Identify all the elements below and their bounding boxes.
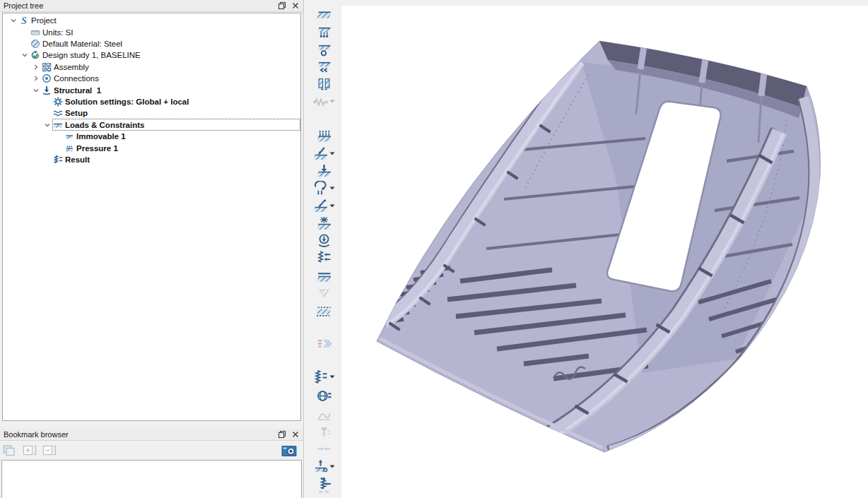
dropdown-arrow-icon[interactable] [329, 152, 335, 155]
gear-icon [53, 97, 64, 107]
reaction-force-icon [313, 459, 328, 474]
spring-connection-button [312, 93, 336, 109]
tree-item-content: Connections [41, 73, 300, 85]
tree-item-label: Solution settings: Global + local [64, 97, 189, 106]
bookmark-browser-content[interactable] [1, 460, 302, 498]
remote-load-icon [313, 198, 328, 213]
tree-item-content: Loads & Constraints [52, 119, 300, 131]
tree-item-loads-constraints[interactable]: Loads & Constraints [3, 119, 300, 131]
chevron-down-icon[interactable] [31, 87, 41, 94]
3d-viewport[interactable] [341, 0, 868, 498]
tree-item-content: Default Material: Steel [30, 37, 300, 49]
hinge-support-icon [317, 42, 332, 57]
waves-icon [53, 108, 64, 118]
sliding-support-button[interactable] [312, 23, 336, 40]
tree-item-assembly[interactable]: Assembly [3, 61, 300, 73]
chevron-spacer [42, 98, 52, 105]
tree-item-project[interactable]: Project [3, 15, 300, 26]
tree-item-label: Default Material: Steel [42, 40, 122, 48]
tree-item-content: Design study 1, BASELINE [30, 49, 300, 61]
tree-item-label: Pressure 1 [76, 144, 118, 153]
chevron-right-icon[interactable] [31, 75, 41, 82]
chevron-down-icon[interactable] [42, 121, 52, 129]
symmetry-constraint-icon [317, 76, 332, 91]
chevron-down-icon[interactable] [20, 52, 30, 59]
tree-item-label: Connections [53, 74, 99, 83]
reaction-force-button[interactable] [312, 458, 336, 475]
chevron-right-icon[interactable] [31, 64, 41, 71]
tree-item-immovable-1[interactable]: Immovable 1 [3, 131, 300, 142]
remote-mass-button[interactable] [312, 387, 336, 404]
hidden-partial-icon [317, 490, 332, 498]
tree-item-label: Project [30, 16, 57, 25]
tree-item-default-material-steel[interactable]: Default Material: Steel [3, 38, 300, 49]
frequency-load-icon [317, 337, 332, 352]
pressure-load-button[interactable] [312, 268, 336, 285]
tree-item-units-si[interactable]: Units: SI [3, 26, 300, 37]
analysis-toolbar [304, 0, 341, 498]
torque-load-button[interactable] [312, 179, 336, 196]
spot-weld-button[interactable] [312, 368, 336, 385]
immovable-support-button[interactable] [312, 6, 336, 23]
slider-support-icon [317, 59, 332, 74]
tree-item-solution-settings-global-local[interactable]: Solution settings: Global + local [3, 96, 300, 107]
dropdown-arrow-icon[interactable] [329, 465, 335, 468]
remote-mass-icon [317, 389, 332, 403]
add-bookmark-icon [22, 444, 37, 458]
hydrostatic-load-button [312, 285, 336, 302]
tree-item-result[interactable]: Result [3, 154, 300, 165]
connections-icon [42, 73, 53, 83]
virtual-connector-button[interactable] [312, 302, 336, 319]
project-tree-title: Project tree [0, 1, 276, 10]
tree-item-connections[interactable]: Connections [3, 73, 300, 84]
thermal-load-icon [317, 216, 332, 231]
project-tree: ProjectUnits: SIDefault Material: SteelD… [2, 13, 301, 421]
elastic-support-icon [317, 129, 332, 143]
tree-item-content: Setup [52, 107, 300, 119]
bearing-load-button[interactable] [312, 249, 336, 266]
model-3d-fuselage-panel [341, 0, 868, 498]
elastic-support-button[interactable] [312, 127, 336, 144]
close-panel-icon[interactable] [290, 1, 301, 11]
hinge-support-button[interactable] [312, 41, 336, 58]
dropdown-arrow-icon[interactable] [329, 186, 335, 190]
frequency-load-button [312, 336, 336, 352]
tree-item-structural-1[interactable]: Structural 1 [3, 84, 300, 95]
design-study-icon [30, 50, 42, 60]
chevron-down-icon[interactable] [8, 17, 18, 24]
left-panel-column: Project tree ProjectUnits: SIDefault Mat… [0, 0, 304, 498]
sliding-support-icon [317, 25, 332, 40]
response-curve-button [312, 407, 336, 424]
spot-weld-icon [313, 369, 328, 384]
camera-icon[interactable] [281, 444, 297, 458]
tree-item-content: Solution settings: Global + local [52, 95, 300, 107]
dropdown-arrow-icon[interactable] [329, 204, 335, 208]
tree-item-label: Loads & Constraints [64, 121, 144, 129]
dropdown-arrow-icon[interactable] [329, 100, 335, 103]
force-load-button[interactable] [312, 145, 336, 162]
app-window: Project tree ProjectUnits: SIDefault Mat… [0, 0, 868, 498]
material-icon [30, 39, 42, 49]
prescribed-displacement-button[interactable] [312, 162, 336, 179]
gravity-load-button[interactable] [312, 232, 336, 249]
close-panel-icon[interactable] [290, 430, 301, 439]
dropdown-arrow-icon[interactable] [329, 375, 335, 379]
thermal-load-button[interactable] [312, 215, 336, 232]
virtual-connector-icon [317, 303, 332, 318]
contact-condition-button [312, 440, 336, 457]
bearing-load-icon [317, 250, 332, 265]
float-panel-icon[interactable] [276, 1, 288, 11]
slider-support-button[interactable] [312, 58, 336, 75]
chevron-spacer [20, 40, 30, 47]
symmetry-constraint-button[interactable] [312, 75, 336, 92]
contact-condition-icon [317, 441, 332, 456]
hidden-partial-button [312, 489, 336, 498]
tree-item-content: Project [18, 15, 300, 27]
tree-item-setup[interactable]: Setup [3, 107, 300, 119]
remote-load-button[interactable] [312, 197, 336, 214]
tree-item-pressure-1[interactable]: Pressure 1 [3, 142, 300, 153]
tree-item-design-study-1-baseline[interactable]: Design study 1, BASELINE [3, 49, 300, 61]
remove-bookmark-icon [42, 444, 57, 458]
float-panel-icon[interactable] [276, 430, 288, 439]
simsolid-logo-icon [19, 16, 30, 25]
